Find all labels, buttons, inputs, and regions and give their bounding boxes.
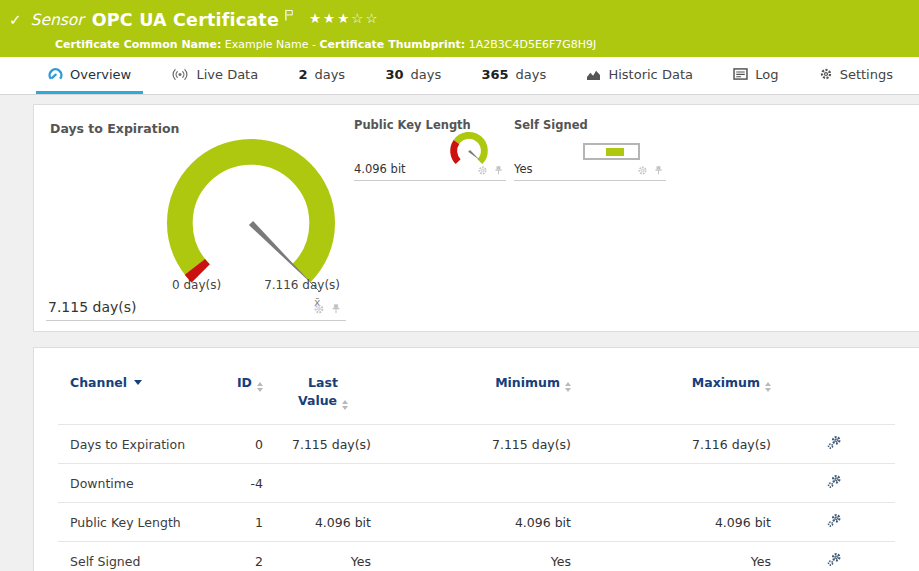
stars-filled: ★★★ — [309, 10, 351, 26]
sort-icon — [765, 382, 771, 392]
pin-icon[interactable] — [653, 165, 664, 176]
channel-id: 1 — [223, 503, 271, 542]
boolean-indicator — [583, 143, 640, 160]
gauge-needle — [468, 150, 480, 160]
gauges-card: Days to Expiration x̄ 0 day(s) 7.116 day… — [33, 104, 919, 332]
sort-icon — [565, 382, 571, 392]
stars-empty: ☆☆ — [351, 10, 379, 26]
tab-365-days[interactable]: 365 days — [469, 57, 558, 94]
channel-maximum — [579, 464, 779, 503]
tab-settings[interactable]: Settings — [807, 57, 905, 94]
column-header-edit — [779, 362, 895, 425]
gear-icon — [819, 67, 833, 81]
pin-icon[interactable] — [493, 165, 504, 176]
channel-id: -4 — [223, 464, 271, 503]
tab-log[interactable]: Log — [721, 57, 790, 94]
list-icon — [733, 68, 748, 80]
tab-live-data[interactable]: Live Data — [159, 57, 270, 94]
sensor-subtitle: Certificate Common Name: Example Name - … — [9, 38, 909, 51]
sort-icon — [342, 400, 348, 410]
tab-log-label: Log — [755, 67, 778, 82]
channel-name: Self Signed — [58, 542, 223, 571]
column-header-channel[interactable]: Channel — [58, 362, 223, 425]
pin-icon[interactable] — [330, 303, 342, 315]
channel-maximum: Yes — [579, 542, 779, 571]
broadcast-icon — [171, 68, 189, 81]
edit-channel-gears-icon[interactable] — [827, 435, 842, 450]
column-header-maximum[interactable]: Maximum — [579, 362, 779, 425]
gauge-title: Self Signed — [514, 115, 666, 132]
flag-icon[interactable] — [283, 6, 295, 25]
table-row: Days to Expiration 0 7.115 day(s) 7.115 … — [58, 425, 895, 464]
gauge-panel-public-key-length: Public Key Length 4.096 bit — [354, 115, 506, 181]
channel-minimum: Yes — [379, 542, 579, 571]
table-row: Self Signed 2 Yes Yes Yes — [58, 542, 895, 571]
priority-stars[interactable]: ★★★☆☆ — [309, 10, 380, 26]
column-header-last-value[interactable]: Last Value — [271, 362, 379, 425]
gauge-title: Days to Expiration — [46, 115, 346, 136]
channel-last-value: Yes — [271, 542, 379, 571]
gauge-current-value: 7.115 day(s) — [48, 299, 137, 315]
tab-30-days-unit: days — [410, 67, 441, 82]
tab-2-days[interactable]: 2 days — [286, 57, 357, 94]
subtitle-separator: - — [312, 38, 316, 51]
channels-card: Channel ID Last Value Minimum Maximum — [33, 347, 919, 571]
channel-id: 0 — [223, 425, 271, 464]
channel-minimum: 7.115 day(s) — [379, 425, 579, 464]
gear-icon[interactable] — [313, 303, 325, 315]
gauge-panel-days-to-expiration: Days to Expiration x̄ 0 day(s) 7.116 day… — [46, 115, 346, 321]
channels-table: Channel ID Last Value Minimum Maximum — [58, 362, 895, 571]
area-chart-icon — [586, 68, 601, 81]
tab-bar: Overview Live Data 2 days 30 days 365 da… — [0, 57, 919, 95]
tab-settings-label: Settings — [840, 67, 893, 82]
status-ok-check-icon: ✓ — [9, 11, 22, 29]
gauge-scale-min: 0 day(s) — [172, 278, 221, 292]
channel-name: Days to Expiration — [58, 425, 223, 464]
tab-365-days-num: 365 — [481, 67, 508, 82]
table-header-row: Channel ID Last Value Minimum Maximum — [58, 362, 895, 425]
tab-30-days-num: 30 — [385, 67, 403, 82]
channel-minimum — [379, 464, 579, 503]
column-header-id[interactable]: ID — [223, 362, 271, 425]
object-type-label: Sensor — [31, 11, 84, 29]
gauge-icon — [48, 67, 63, 82]
sort-desc-icon — [134, 380, 142, 385]
column-header-minimum[interactable]: Minimum — [379, 362, 579, 425]
channel-last-value — [271, 464, 379, 503]
edit-channel-gears-icon[interactable] — [827, 513, 842, 528]
boolean-indicator-dot — [606, 148, 624, 156]
channel-name: Public Key Length — [58, 503, 223, 542]
tab-overview-label: Overview — [70, 67, 131, 82]
prtg-sensor-page: ✓ Sensor OPC UA Certificate ★★★☆☆ Certif… — [0, 0, 919, 571]
channel-name: Downtime — [58, 464, 223, 503]
sort-icon — [257, 382, 263, 392]
gauge-current-value: Yes — [514, 162, 533, 176]
channel-last-value: 4.096 bit — [271, 503, 379, 542]
public-key-length-gauge — [446, 127, 492, 173]
thumbprint-label: Certificate Thumbprint: — [320, 38, 466, 51]
tab-historic-label: Historic Data — [608, 67, 693, 82]
sensor-header: ✓ Sensor OPC UA Certificate ★★★☆☆ Certif… — [0, 0, 919, 57]
tab-30-days[interactable]: 30 days — [373, 57, 453, 94]
channel-id: 2 — [223, 542, 271, 571]
gauge-current-value: 4.096 bit — [354, 162, 406, 176]
common-name-label: Certificate Common Name: — [55, 38, 221, 51]
edit-channel-gears-icon[interactable] — [827, 552, 842, 567]
edit-channel-gears-icon[interactable] — [827, 474, 842, 489]
common-name-value: Example Name — [225, 38, 309, 51]
gauge-panel-self-signed: Self Signed Yes — [514, 115, 666, 181]
tab-overview[interactable]: Overview — [36, 57, 143, 94]
tab-live-data-label: Live Data — [196, 67, 258, 82]
thumbprint-value: 1A2B3C4D5E6F7G8H9J — [469, 38, 597, 51]
channel-minimum: 4.096 bit — [379, 503, 579, 542]
channel-maximum: 4.096 bit — [579, 503, 779, 542]
gauge-scale-max: 7.116 day(s) — [264, 278, 340, 292]
tab-historic-data[interactable]: Historic Data — [574, 57, 705, 94]
gear-icon[interactable] — [637, 165, 648, 176]
table-row: Public Key Length 1 4.096 bit 4.096 bit … — [58, 503, 895, 542]
sensor-title: OPC UA Certificate — [92, 10, 279, 30]
tab-365-days-unit: days — [516, 67, 547, 82]
tab-2-days-num: 2 — [298, 67, 307, 82]
channel-maximum: 7.116 day(s) — [579, 425, 779, 464]
tab-2-days-unit: days — [314, 67, 345, 82]
